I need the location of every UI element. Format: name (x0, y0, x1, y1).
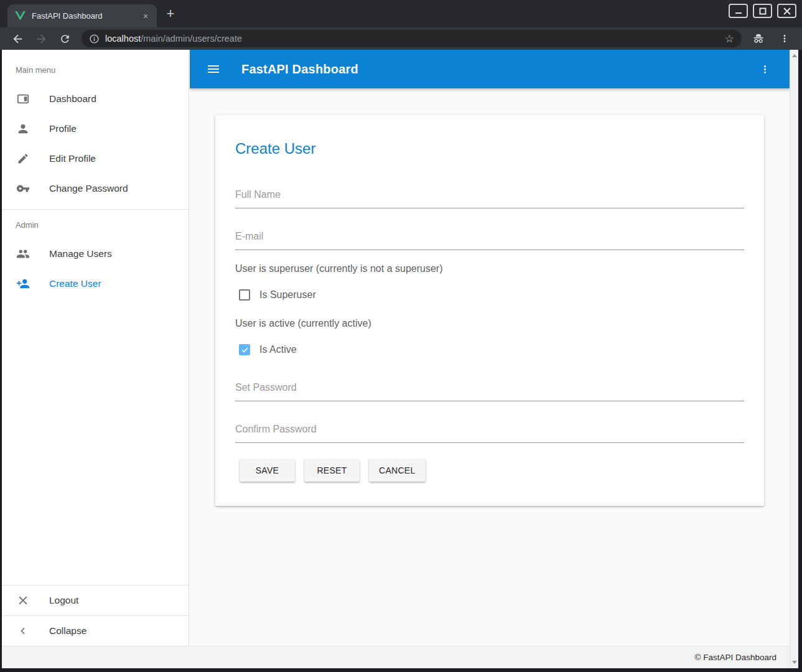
vertical-scrollbar[interactable] (790, 50, 798, 668)
key-icon (16, 181, 30, 196)
sidebar-item-manage-users[interactable]: Manage Users (2, 239, 189, 269)
sidebar-item-label: Collapse (49, 625, 86, 637)
sidebar-item-edit-profile[interactable]: Edit Profile (2, 144, 189, 174)
sidebar-divider (2, 209, 189, 210)
person-add-icon (16, 276, 30, 291)
sidebar-item-label: Edit Profile (49, 153, 96, 164)
hamburger-menu-button[interactable] (206, 62, 221, 77)
sidebar-item-label: Logout (49, 595, 78, 606)
sidebar-item-create-user[interactable]: Create User (2, 269, 189, 299)
active-note: User is active (currently active) (235, 318, 744, 329)
incognito-icon (750, 30, 767, 47)
browser-toolbar: localhost/main/admin/users/create ☆ (0, 27, 802, 50)
form-actions: SAVE RESET CANCEL (240, 459, 744, 482)
confirm-password-field[interactable] (235, 424, 744, 443)
people-icon (16, 246, 30, 261)
reload-button[interactable] (57, 30, 73, 47)
reset-button[interactable]: RESET (304, 459, 360, 482)
pencil-icon (16, 151, 30, 166)
bookmark-star-icon[interactable]: ☆ (725, 34, 734, 44)
minimize-button[interactable] (729, 4, 748, 18)
sidebar-section-main-menu: Main menu (2, 64, 189, 77)
app-bar: FastAPI Dashboard (190, 50, 790, 88)
sidebar-item-label: Manage Users (49, 248, 112, 259)
browser-window: FastAPI Dashboard × + (0, 0, 802, 672)
sidebar-item-change-password[interactable]: Change Password (2, 174, 189, 203)
tab-close-icon[interactable]: × (139, 10, 152, 22)
browser-tab[interactable]: FastAPI Dashboard × (7, 4, 157, 27)
email-field[interactable] (235, 231, 744, 250)
is-active-label[interactable]: Is Active (259, 344, 297, 355)
sidebar-item-label: Create User (49, 278, 101, 289)
sidebar-item-label: Dashboard (49, 93, 96, 105)
app-menu-button[interactable] (756, 60, 773, 78)
back-button[interactable] (9, 30, 26, 47)
chevron-left-icon (16, 623, 30, 638)
sidebar-item-logout[interactable]: Logout (2, 586, 189, 615)
full-name-field[interactable] (235, 189, 744, 208)
sidebar-item-label: Change Password (49, 183, 128, 194)
new-tab-button[interactable]: + (162, 6, 179, 23)
copyright-text: © FastAPI Dashboard (694, 653, 776, 662)
sidebar-item-collapse[interactable]: Collapse (2, 616, 189, 646)
vue-favicon-icon (15, 11, 26, 21)
sidebar: Main menu Dashboard Profile Edit Profile (2, 50, 189, 646)
sidebar-item-label: Profile (49, 123, 77, 134)
set-password-field[interactable] (235, 382, 744, 401)
sidebar-section-admin: Admin (2, 219, 189, 231)
forward-button[interactable] (33, 30, 49, 47)
scrollbar-down-icon[interactable] (792, 661, 797, 664)
tab-title: FastAPI Dashboard (32, 11, 139, 21)
scrollbar-up-icon[interactable] (792, 54, 797, 57)
url-host: localhost (105, 34, 141, 44)
main-area: FastAPI Dashboard Create User User is su… (190, 50, 790, 646)
is-active-checkbox[interactable] (239, 344, 250, 355)
create-user-card: Create User User is superuser (currently… (215, 115, 764, 506)
url-path: /main/admin/users/create (141, 34, 242, 44)
page-content: Main menu Dashboard Profile Edit Profile (2, 50, 798, 668)
is-superuser-checkbox[interactable] (239, 289, 250, 301)
is-active-row: Is Active (239, 344, 744, 355)
address-bar[interactable]: localhost/main/admin/users/create ☆ (82, 30, 742, 47)
browser-menu-button[interactable] (776, 30, 793, 47)
app-title: FastAPI Dashboard (241, 62, 358, 77)
save-button[interactable]: SAVE (240, 459, 295, 482)
maximize-button[interactable] (753, 4, 772, 18)
is-superuser-label[interactable]: Is Superuser (259, 289, 316, 301)
page-info-icon[interactable] (89, 34, 100, 44)
close-icon (16, 593, 30, 608)
tab-strip: FastAPI Dashboard × + (0, 0, 802, 27)
sidebar-item-profile[interactable]: Profile (2, 114, 189, 144)
dashboard-icon (16, 91, 30, 106)
superuser-note: User is superuser (currently is not a su… (235, 263, 744, 274)
cancel-button[interactable]: CANCEL (369, 459, 426, 482)
person-icon (16, 121, 30, 136)
is-superuser-row: Is Superuser (239, 289, 744, 301)
sidebar-item-dashboard[interactable]: Dashboard (2, 84, 189, 114)
page-footer: © FastAPI Dashboard (2, 646, 790, 668)
window-close-button[interactable] (777, 4, 796, 18)
sidebar-spacer (2, 299, 189, 585)
window-controls (729, 4, 796, 18)
page-title: Create User (235, 139, 744, 159)
url-text: localhost/main/admin/users/create (105, 34, 242, 44)
